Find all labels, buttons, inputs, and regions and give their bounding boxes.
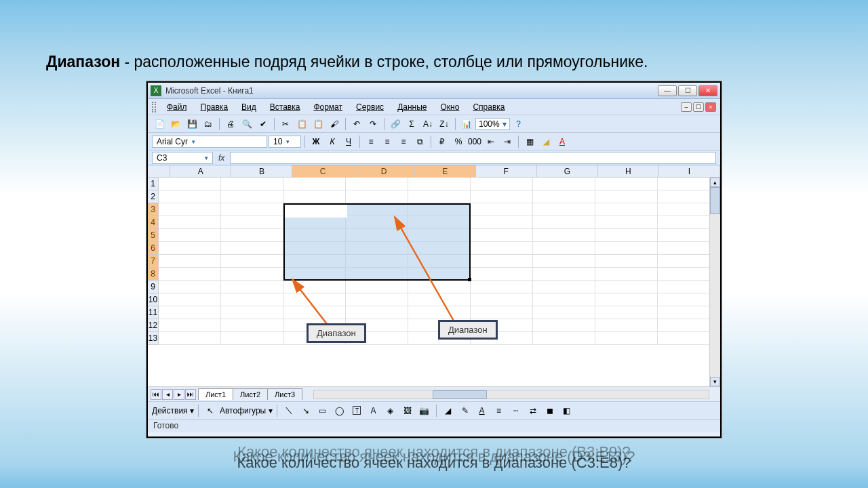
dash-style-icon[interactable]: ┄ — [509, 404, 524, 418]
new-icon[interactable]: 📄 — [152, 117, 167, 131]
menu-tools[interactable]: Сервис — [351, 101, 389, 113]
scroll-thumb[interactable] — [710, 187, 720, 214]
undo-icon[interactable]: ↶ — [349, 117, 364, 131]
col-header-i[interactable]: I — [659, 165, 720, 177]
col-header-b[interactable]: B — [231, 165, 292, 177]
doc-close-button[interactable]: × — [705, 102, 716, 112]
sort-asc-icon[interactable]: A↓ — [420, 117, 435, 131]
hyperlink-icon[interactable]: 🔗 — [388, 117, 403, 131]
comma-icon[interactable]: 000 — [467, 135, 482, 148]
sheet-tab-3[interactable]: Лист3 — [267, 388, 302, 400]
col-header-c[interactable]: C — [292, 165, 353, 177]
font-color-icon[interactable]: A — [555, 135, 570, 148]
increase-indent-icon[interactable]: ⇥ — [500, 135, 515, 148]
cells-area[interactable]: Диапазон Диапазон — [159, 178, 720, 345]
spellcheck-icon[interactable]: ✔ — [256, 117, 271, 131]
row-header[interactable]: 6 — [148, 242, 159, 255]
align-left-icon[interactable]: ≡ — [363, 135, 378, 148]
sheet-first-icon[interactable]: ⏮ — [151, 389, 161, 400]
shadow-icon[interactable]: ◼ — [542, 404, 557, 418]
open-icon[interactable]: 📂 — [168, 117, 183, 131]
col-header-g[interactable]: G — [537, 165, 598, 177]
oval-icon[interactable]: ◯ — [332, 404, 347, 418]
col-header-e[interactable]: E — [415, 165, 476, 177]
doc-restore-button[interactable]: ☐ — [693, 102, 704, 112]
print-icon[interactable]: 🖨 — [223, 117, 238, 131]
arrow-icon[interactable]: ↘ — [298, 404, 313, 418]
line-color-icon[interactable]: ✎ — [458, 404, 473, 418]
formula-bar[interactable] — [230, 152, 716, 164]
autoshapes-menu[interactable]: Автофигуры ▾ — [220, 406, 273, 415]
clipart-icon[interactable]: 🖼 — [400, 404, 415, 418]
sheet-tab-2[interactable]: Лист2 — [233, 388, 268, 400]
arrow-style-icon[interactable]: ⇄ — [526, 404, 540, 418]
menu-view[interactable]: Вид — [236, 101, 262, 113]
minimize-button[interactable]: — — [658, 85, 677, 96]
fill-color-icon[interactable]: ◢ — [441, 404, 456, 418]
copy-icon[interactable]: 📋 — [294, 117, 309, 131]
line-icon[interactable]: ＼ — [281, 404, 296, 418]
menu-insert[interactable]: Вставка — [264, 101, 306, 113]
doc-minimize-button[interactable]: – — [681, 102, 692, 112]
preview-icon[interactable]: 🔍 — [239, 117, 254, 131]
row-header[interactable]: 4 — [148, 216, 159, 229]
spreadsheet-grid[interactable]: A B C D E F G H I 1 2 3 4 5 6 7 8 9 10 1… — [148, 165, 720, 386]
redo-icon[interactable]: ↷ — [366, 117, 380, 131]
col-header-a[interactable]: A — [170, 165, 231, 177]
font-color-icon[interactable]: A — [475, 404, 490, 418]
menu-help[interactable]: Справка — [467, 101, 510, 113]
sheet-prev-icon[interactable]: ◂ — [162, 389, 173, 400]
horizontal-scrollbar[interactable] — [313, 390, 709, 399]
line-style-icon[interactable]: ≡ — [492, 404, 507, 418]
zoom-select[interactable]: 100%▾ — [475, 118, 510, 130]
format-painter-icon[interactable]: 🖌 — [327, 117, 342, 131]
col-header-h[interactable]: H — [598, 165, 659, 177]
menu-window[interactable]: Окно — [435, 101, 465, 113]
maximize-button[interactable]: ☐ — [678, 85, 697, 96]
align-center-icon[interactable]: ≡ — [380, 135, 395, 148]
select-objects-icon[interactable]: ↖ — [203, 404, 218, 418]
currency-icon[interactable]: ₽ — [435, 135, 450, 148]
row-header[interactable]: 1 — [148, 178, 159, 190]
diagram-icon[interactable]: ◈ — [383, 404, 398, 418]
font-size-select[interactable]: 10▾ — [269, 136, 301, 148]
font-name-select[interactable]: Arial Cyr▾ — [152, 136, 267, 148]
row-header[interactable]: 5 — [148, 229, 159, 242]
col-header-d[interactable]: D — [354, 165, 415, 177]
help-icon[interactable]: ? — [511, 117, 526, 131]
bold-button[interactable]: Ж — [309, 135, 323, 148]
row-header[interactable]: 7 — [148, 255, 159, 268]
row-header[interactable]: 2 — [148, 190, 159, 203]
row-header[interactable]: 3 — [148, 203, 159, 216]
textbox-icon[interactable]: 🅃 — [349, 404, 364, 418]
row-header[interactable]: 8 — [148, 268, 159, 281]
align-right-icon[interactable]: ≡ — [396, 135, 411, 148]
col-header-f[interactable]: F — [476, 165, 537, 177]
percent-icon[interactable]: % — [451, 135, 466, 148]
save-icon[interactable]: 💾 — [184, 117, 199, 131]
fill-color-icon[interactable]: ◢ — [538, 135, 553, 148]
row-header[interactable]: 10 — [148, 293, 159, 306]
select-all-corner[interactable] — [148, 165, 170, 177]
scroll-down-icon[interactable]: ▾ — [710, 377, 720, 386]
scroll-thumb[interactable] — [433, 390, 487, 399]
sheet-next-icon[interactable]: ▸ — [174, 389, 184, 400]
scroll-up-icon[interactable]: ▴ — [710, 178, 720, 187]
menu-edit[interactable]: Правка — [195, 101, 234, 113]
wordart-icon[interactable]: A — [366, 404, 381, 418]
menu-file[interactable]: Файл — [161, 101, 193, 113]
paste-icon[interactable]: 📋 — [311, 117, 326, 131]
cut-icon[interactable]: ✂ — [278, 117, 293, 131]
borders-icon[interactable]: ▦ — [522, 135, 537, 148]
name-box[interactable]: C3▾ — [152, 152, 213, 164]
menu-data[interactable]: Данные — [392, 101, 432, 113]
actions-menu[interactable]: Действия ▾ — [152, 406, 194, 415]
sheet-tab-1[interactable]: Лист1 — [198, 388, 233, 400]
close-button[interactable]: ✕ — [698, 85, 717, 96]
sum-icon[interactable]: Σ — [404, 117, 419, 131]
fx-icon[interactable]: fx — [218, 153, 224, 163]
merge-center-icon[interactable]: ⧉ — [412, 135, 427, 148]
decrease-indent-icon[interactable]: ⇤ — [484, 135, 498, 148]
vertical-scrollbar[interactable]: ▴ ▾ — [709, 178, 720, 386]
chart-wizard-icon[interactable]: 📊 — [459, 117, 474, 131]
